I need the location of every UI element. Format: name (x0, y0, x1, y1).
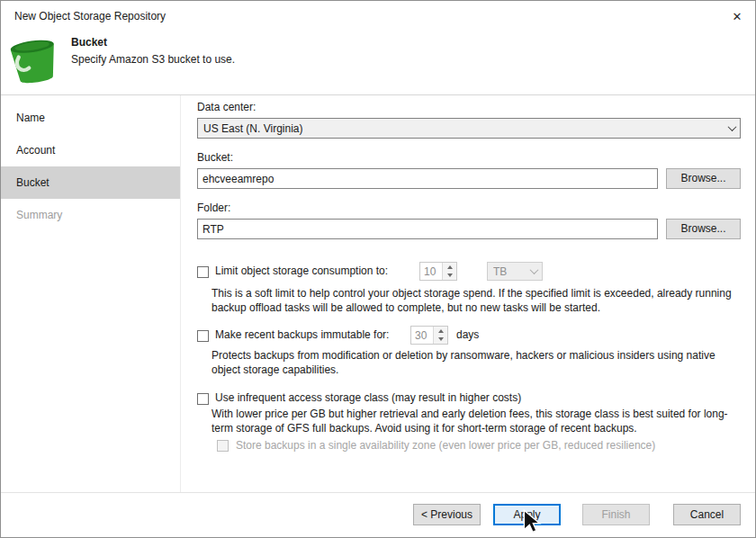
folder-label: Folder: (197, 202, 230, 214)
immutable-help-text: Protects backups from modification or de… (212, 348, 744, 377)
chevron-down-icon[interactable] (724, 119, 740, 138)
limit-help-text: This is a soft limit to help control you… (212, 286, 744, 315)
limit-spin-down-button[interactable] (443, 272, 456, 281)
apply-button[interactable]: Apply (493, 504, 561, 525)
window-title: New Object Storage Repository (14, 10, 166, 22)
cancel-button[interactable]: Cancel (673, 504, 741, 525)
limit-amount-spinner[interactable]: 10 (419, 262, 457, 281)
single-az-checkbox (217, 440, 229, 452)
limit-spinner-arrows (442, 263, 456, 280)
data-center-select[interactable]: US East (N. Virginia) (197, 118, 741, 139)
data-center-value: US East (N. Virginia) (203, 122, 724, 135)
limit-unit-select[interactable]: TB (487, 262, 543, 281)
limit-consumption-label[interactable]: Limit object storage consumption to: (215, 265, 388, 277)
chevron-down-icon (526, 263, 542, 280)
limit-amount-value: 10 (420, 263, 442, 280)
sidebar-item-summary[interactable]: Summary (1, 199, 180, 231)
bucket-label: Bucket: (197, 151, 233, 164)
finish-button[interactable]: Finish (582, 504, 650, 525)
sidebar-item-name[interactable]: Name (1, 102, 180, 134)
single-az-label: Store backups in a single availability z… (236, 439, 655, 452)
previous-button[interactable]: < Previous (413, 504, 481, 525)
sidebar-item-bucket[interactable]: Bucket (1, 166, 180, 199)
bucket-icon (8, 35, 60, 87)
immutable-spin-down-button[interactable] (434, 336, 447, 345)
bucket-input[interactable] (197, 168, 658, 189)
bucket-browse-button[interactable]: Browse... (666, 168, 741, 189)
arrow-down-icon (447, 273, 453, 277)
immutable-unit-label: days (456, 328, 479, 341)
folder-input[interactable] (197, 219, 658, 239)
infrequent-access-checkbox[interactable] (197, 393, 209, 405)
immutable-spinner-arrows (433, 327, 447, 344)
new-object-storage-repository-dialog: New Object Storage Repository ✕ Bucket S… (0, 0, 756, 538)
immutable-spin-up-button[interactable] (434, 327, 447, 336)
arrow-up-icon (438, 329, 444, 333)
data-center-label: Data center: (197, 101, 256, 113)
limit-spin-up-button[interactable] (443, 263, 456, 272)
wizard-steps-sidebar: Name Account Bucket Summary (1, 95, 181, 492)
step-title: Bucket (71, 36, 107, 49)
step-subtitle: Specify Amazon S3 bucket to use. (71, 53, 235, 66)
infrequent-help-text: With lower price per GB but higher retri… (212, 407, 748, 435)
immutable-days-value: 30 (411, 327, 433, 344)
immutable-days-spinner[interactable]: 30 (410, 326, 448, 345)
sidebar-item-account[interactable]: Account (1, 134, 180, 166)
limit-consumption-checkbox[interactable] (197, 266, 209, 278)
immutable-checkbox[interactable] (197, 330, 209, 342)
arrow-up-icon (447, 265, 453, 269)
close-icon[interactable]: ✕ (724, 7, 750, 27)
infrequent-access-label[interactable]: Use infrequent access storage class (may… (215, 391, 521, 404)
limit-unit-value: TB (493, 265, 526, 278)
immutable-label[interactable]: Make recent backups immutable for: (215, 328, 389, 341)
folder-browse-button[interactable]: Browse... (666, 219, 741, 239)
footer-divider (1, 492, 755, 493)
arrow-down-icon (438, 337, 444, 341)
